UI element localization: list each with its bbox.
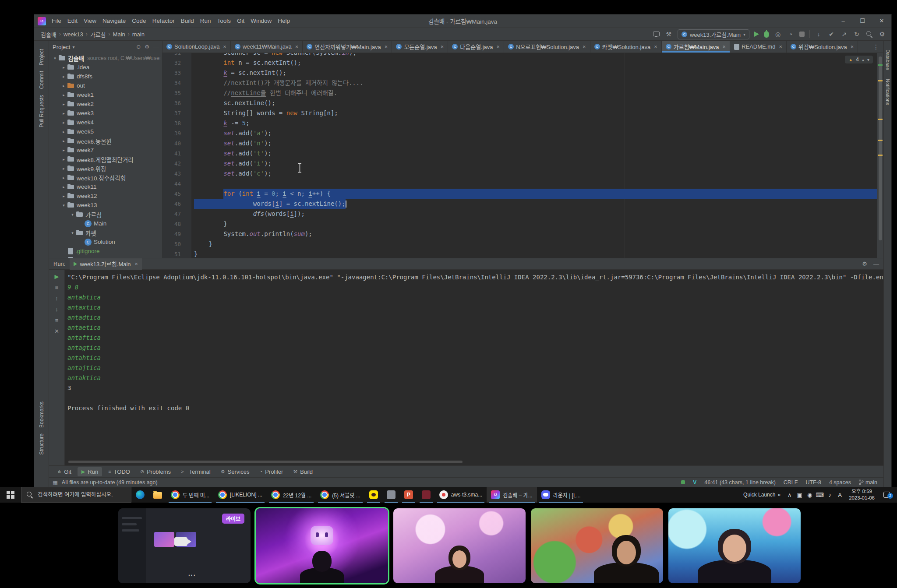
taskbar-app-chrome[interactable]: 22년 12월 ... [267,487,316,503]
video-tile-game-share[interactable] [531,508,663,583]
inspections-widget[interactable]: ▲ 4 ▴ ▾ [845,56,873,63]
editor-tab[interactable]: Cweek11₩Main.java✕ [231,41,303,53]
minimize-button[interactable]: – [833,14,853,28]
menu-item-git[interactable]: Git [234,18,247,24]
taskbar-app-app-red[interactable]: P [400,487,417,503]
video-tile-screenshare[interactable]: 라이브 ⋯ [118,508,251,583]
tab-close-icon[interactable]: ✕ [295,45,299,49]
tree-item-week8-게임맵최단거리[interactable]: ▸week8.게임맵최단거리 [49,155,162,164]
chevron-down-icon[interactable]: ▾ [60,203,67,208]
toolwindow-button-run[interactable]: ▶Run [78,467,102,476]
next-warning-icon[interactable]: ▾ [867,57,869,62]
taskbar-app-kakao[interactable] [365,487,382,503]
code-line[interactable]: 49 System.out.println(sum); [162,229,877,239]
taskbar-app-chrome[interactable]: (5) 서블릿 ... [316,487,364,503]
git-commit-button[interactable]: ✔ [827,29,835,39]
menu-item-refactor[interactable]: Refactor [149,18,178,24]
chevron-right-icon[interactable]: ▸ [60,148,67,152]
toolwindow-stripe-notifications[interactable]: Notifications [885,79,890,105]
tree-item-week5[interactable]: ▸week5 [49,127,162,136]
tab-close-icon[interactable]: ✕ [723,45,726,49]
history-button[interactable]: ↻ [853,29,861,39]
code-line[interactable]: 32 int n = sc.nextInt(); [162,58,877,68]
git-branch-widget[interactable]: main [859,479,877,486]
menu-item-window[interactable]: Window [247,18,275,24]
toolwindow-stripe-pull-requests[interactable]: Pull Requests [39,95,45,127]
run-tab-close-icon[interactable]: ✕ [135,262,138,266]
code-line[interactable]: 33 k = sc.nextInt(); [162,68,877,78]
tab-close-icon[interactable]: ✕ [779,45,782,49]
run-configuration-select[interactable]: C week13.가르침.Main ▾ [678,29,749,39]
chevron-right-icon[interactable]: ▸ [60,185,67,189]
code-line[interactable]: 47 dfs(words[i]); [162,209,877,219]
tab-overflow-icon[interactable]: ⋮ [869,41,883,53]
tree-item-week12[interactable]: ▸week12 [49,191,162,201]
chevron-right-icon[interactable]: ▸ [60,84,67,88]
code-line[interactable]: 39 set.add('a'); [162,128,877,138]
project-panel-header[interactable]: Project ▾ ⊖⚙— [49,41,162,53]
tree-item-out[interactable]: ▸out [49,81,162,90]
toolwindow-button-todo[interactable]: ≡TODO [104,467,134,476]
editor-tab[interactable]: C카펫₩Solution.java✕ [590,41,662,53]
notification-center-button[interactable]: 2 [879,492,894,498]
console-output[interactable]: "C:\Program Files\Eclipse Adoptium\jdk-1… [65,270,883,465]
console-horizontal-scrollbar[interactable] [68,461,463,463]
chevron-down-icon[interactable]: ▾ [69,231,76,235]
close-button[interactable]: ✕ [872,14,891,28]
tab-close-icon[interactable]: ✕ [223,45,226,49]
settings-gear-icon[interactable]: ⚙ [862,261,867,267]
video-tile-active-speaker[interactable] [256,508,388,583]
tree-item-week11[interactable]: ▸week11 [49,182,162,191]
settings-gear-icon[interactable]: ⚙ [878,29,886,39]
tree-item-카펫[interactable]: ▾카펫 [49,228,162,237]
editor-tab[interactable]: C위장₩Solution.java✕ [787,41,858,53]
display-icon[interactable]: ▣ [795,492,805,498]
taskbar-app-intellij[interactable]: IJ김솔배 – 가... [487,487,537,503]
chevron-right-icon[interactable]: ▸ [60,139,67,143]
toolwindow-button-profiler[interactable]: ◔Profiler [255,467,287,476]
menu-item-edit[interactable]: Edit [64,18,81,24]
chevron-right-icon[interactable]: ▸ [60,102,67,106]
code-line[interactable]: 36 sc.nextLine(); [162,98,877,108]
hide-panel-icon[interactable]: — [873,261,879,267]
line-ending[interactable]: CRLF [784,479,798,486]
breadcrumb-item[interactable]: 가르침 [89,30,107,39]
chevron-right-icon[interactable]: ▸ [60,157,67,162]
toolwindow-stripe-commit[interactable]: Commit [39,71,45,89]
indent-setting[interactable]: 4 spaces [829,479,851,486]
taskbar-app-edge[interactable] [131,487,149,503]
editor-tab[interactable]: C다음순열.java✕ [448,41,504,53]
code-line[interactable]: 44 [162,179,877,189]
taskbar-app-explorer[interactable] [149,487,166,503]
microphone-icon[interactable]: ◉ [805,492,815,498]
code-line[interactable]: 37 String[] words = new String[n]; [162,108,877,118]
menu-item-run[interactable]: Run [197,18,214,24]
menu-item-code[interactable]: Code [129,18,149,24]
video-tile-participant[interactable] [393,508,526,583]
maximize-button[interactable]: ☐ [853,14,872,28]
breadcrumb-item[interactable]: week13 [62,31,85,38]
tab-close-icon[interactable]: ✕ [441,45,444,49]
toolwindow-button-git[interactable]: ⋔Git [53,467,75,476]
toolwindow-button-problems[interactable]: ⊘Problems [136,467,175,476]
code-line[interactable]: 35 //nextLine을 한번 더해주니 에러해결. [162,88,877,98]
menu-item-help[interactable]: Help [275,18,293,24]
taskbar-search[interactable] [21,487,131,503]
toolwindow-stripe-bookmarks[interactable]: Bookmarks [39,401,45,428]
ime-indicator[interactable]: A [835,492,845,498]
chevron-right-icon[interactable]: ▸ [60,176,67,180]
tree-item--idea[interactable]: ▸.idea [49,63,162,72]
hide-panel-icon[interactable]: — [153,44,159,50]
chevron-right-icon[interactable]: ▸ [60,74,67,79]
tree-item-solution[interactable]: CSolution [49,237,162,246]
code-line[interactable]: 40 set.add('n'); [162,138,877,148]
menu-item-tools[interactable]: Tools [214,18,234,24]
tab-close-icon[interactable]: ✕ [851,45,854,49]
chevron-right-icon[interactable]: ▸ [60,93,67,97]
chevron-down-icon[interactable]: ▾ [52,56,58,60]
soft-wrap-button[interactable]: ≡ [55,317,59,324]
code-line[interactable]: 31 Scanner sc = new Scanner(System.in); [162,53,877,58]
hidden-icons-chevron[interactable]: ∧ [784,492,795,498]
editor-scrollbar[interactable] [877,53,883,258]
editor-tab[interactable]: README.md✕ [730,41,787,53]
